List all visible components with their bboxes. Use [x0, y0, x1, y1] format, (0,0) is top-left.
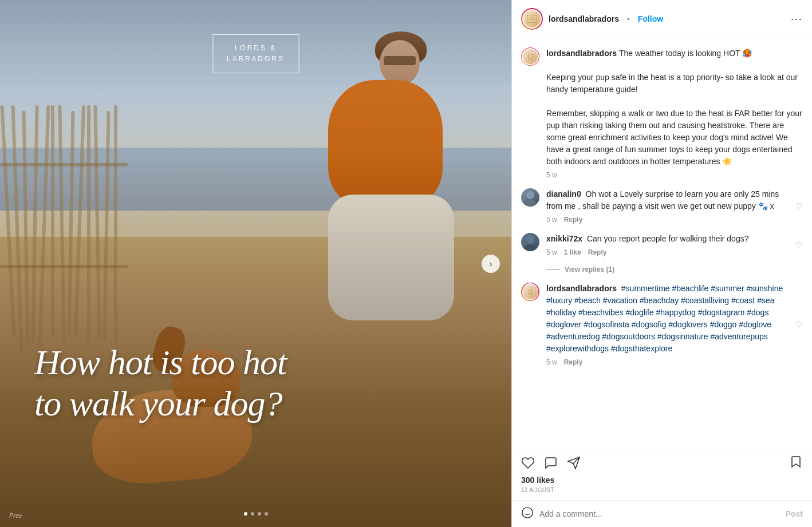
- brand-box: LORDS & LABRADORS: [212, 34, 299, 73]
- like-button[interactable]: [521, 456, 535, 470]
- post-comment-button[interactable]: Post: [786, 509, 803, 518]
- caption-username[interactable]: lordsandlabradors: [546, 49, 617, 58]
- comment-button[interactable]: [544, 456, 558, 470]
- caption-body-text: Keeping your pup safe in the heat is a t…: [546, 73, 802, 166]
- comment-2-avatar: [521, 233, 539, 251]
- comment-3-meta: 5 w Reply: [546, 358, 789, 366]
- comment-3-body: lordsandlabradors #summertime #beachlife…: [546, 283, 789, 366]
- header-avatar-ring: L&L: [521, 8, 543, 30]
- emoji-icon: [521, 506, 534, 519]
- actions-bar: 300 likes 12 August: [512, 450, 812, 500]
- prev-hint: Prev: [9, 512, 22, 519]
- arrow-icon: ›: [490, 259, 492, 268]
- svg-point-6: [522, 508, 533, 518]
- bookmark-button[interactable]: [789, 455, 803, 471]
- header-avatar: L&L: [523, 10, 541, 27]
- caption-body: lordsandlabradorsThe weather today is lo…: [546, 47, 803, 179]
- comment-3-username[interactable]: lordsandlabradors: [546, 284, 617, 293]
- brand-name: LORDS & LABRADORS: [227, 44, 285, 63]
- likes-count: 300 likes: [521, 476, 803, 485]
- comment-1-meta: 5 w Reply: [546, 216, 789, 224]
- heart-icon: [521, 456, 535, 470]
- caption-meta: 5 w: [546, 171, 803, 179]
- comment-2-text: xnikki72x Can you report people for walk…: [546, 233, 789, 245]
- comments-scroll[interactable]: L lordsandlabradorsThe weather today is …: [512, 38, 812, 450]
- comment-1-body: dianalin0 Oh wot a Lovely surprise to le…: [546, 188, 789, 224]
- comment-1-like-btn[interactable]: ♡: [795, 188, 803, 224]
- dot-2[interactable]: [251, 512, 254, 516]
- follow-button[interactable]: Follow: [638, 14, 663, 23]
- post-header: L&L lordsandlabradors • Follow ···: [512, 0, 812, 38]
- comment-1-text: dianalin0 Oh wot a Lovely surprise to le…: [546, 188, 789, 212]
- comment-1-avatar: [521, 188, 539, 207]
- caption-block: L lordsandlabradorsThe weather today is …: [521, 47, 803, 179]
- more-options-button[interactable]: ···: [791, 14, 803, 24]
- comments-panel: L&L lordsandlabradors • Follow ··· L lor…: [511, 0, 812, 527]
- header-avatar-logo: L&L: [527, 15, 538, 23]
- caption-avatar-logo: L: [528, 54, 532, 60]
- view-replies-btn[interactable]: View replies (1): [565, 266, 614, 274]
- caption-line1: The weather today is looking HOT 🥵: [619, 49, 752, 58]
- header-username[interactable]: lordsandlabradors: [549, 14, 619, 23]
- share-icon: [567, 456, 581, 470]
- comment-2: xnikki72x Can you report people for walk…: [521, 233, 803, 256]
- dot-4[interactable]: [265, 512, 268, 516]
- caption-avatar: L: [523, 49, 538, 64]
- comment-3-reply-btn[interactable]: Reply: [564, 358, 583, 366]
- dot-1[interactable]: [244, 512, 247, 516]
- overlay-line1: How hot is too hot: [34, 342, 466, 383]
- image-panel: LORDS & LABRADORS How hot is too hot to …: [0, 0, 511, 527]
- image-overlay: [0, 0, 511, 527]
- dot-3[interactable]: [258, 512, 261, 516]
- comment-3-hashtags: #summertime #beachlife #summer #sunshine…: [546, 284, 783, 353]
- comment-input[interactable]: [539, 509, 780, 518]
- comment-2-reply-btn[interactable]: Reply: [588, 248, 607, 256]
- comment-3: L lordsandlabradors #summertime #beachli…: [521, 283, 803, 366]
- comment-2-meta: 5 w 1 like Reply: [546, 248, 789, 256]
- comment-3-like-btn[interactable]: ♡: [795, 283, 803, 366]
- comment-2-username[interactable]: xnikki72x: [546, 234, 582, 243]
- caption-time: 5 w: [546, 171, 557, 179]
- share-button[interactable]: [567, 456, 581, 470]
- action-icons-row: [521, 455, 803, 471]
- view-replies-line: [546, 270, 560, 270]
- comment-2-like-btn[interactable]: ♡: [795, 233, 803, 256]
- overlay-text: How hot is too hot to walk your dog?: [34, 342, 466, 424]
- comment-2-body: xnikki72x Can you report people for walk…: [546, 233, 789, 256]
- comment-1-username[interactable]: dianalin0: [546, 189, 581, 199]
- comment-1-reply-btn[interactable]: Reply: [564, 216, 583, 224]
- view-replies-row: View replies (1): [546, 266, 803, 274]
- post-date: 12 August: [521, 487, 803, 493]
- carousel-next-btn[interactable]: ›: [482, 255, 500, 273]
- emoji-button[interactable]: [521, 506, 534, 521]
- header-separator: •: [627, 14, 630, 23]
- comment-1-time: 5 w: [546, 216, 557, 224]
- svg-point-2: [526, 236, 534, 244]
- carousel-dots: [244, 512, 268, 516]
- comment-3-time: 5 w: [546, 358, 557, 366]
- comment-2-time: 5 w: [546, 248, 557, 256]
- svg-point-3: [524, 244, 537, 251]
- comment-3-avatar-ring: L: [521, 283, 539, 301]
- add-comment-row: Post: [512, 500, 812, 527]
- svg-point-1: [524, 200, 537, 207]
- caption-text: lordsandlabradorsThe weather today is lo…: [546, 47, 803, 168]
- comment-3-avatar-logo: L: [529, 290, 533, 295]
- comment-3-text: lordsandlabradors #summertime #beachlife…: [546, 283, 789, 355]
- caption-avatar-ring: L: [521, 47, 539, 66]
- svg-point-0: [526, 191, 534, 199]
- bookmark-icon: [789, 455, 803, 469]
- comment-1: dianalin0 Oh wot a Lovely surprise to le…: [521, 188, 803, 224]
- comment-2-likes: 1 like: [564, 248, 581, 256]
- comment-icon: [544, 456, 558, 470]
- overlay-line2: to walk your dog?: [34, 383, 466, 424]
